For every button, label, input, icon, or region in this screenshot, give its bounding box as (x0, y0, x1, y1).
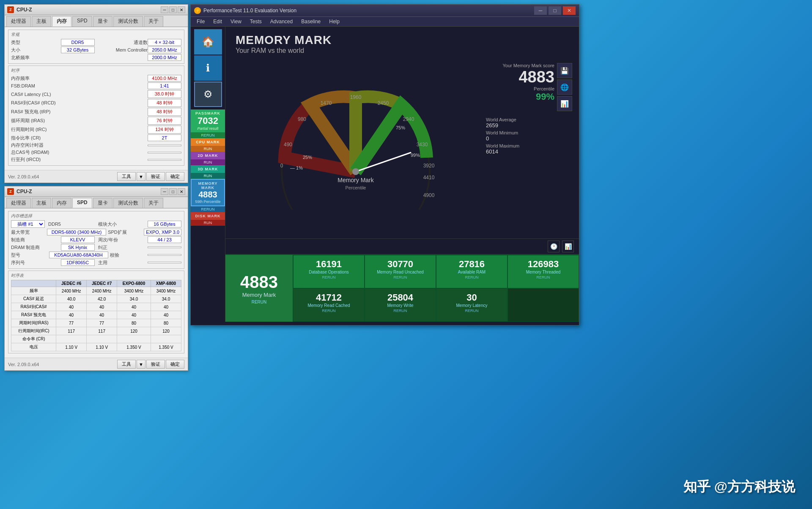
mem-write-rerun[interactable]: RERUN (393, 309, 407, 313)
passmark-rerun-btn[interactable]: RERUN (191, 132, 225, 138)
timing-row-val: 1.350 V (117, 343, 151, 351)
cpuz-icon-top: Z (7, 6, 14, 13)
cpuz-spd-content: 内存槽选择 插槽 #1 DDR5 模块大小 16 GBytes 最大带宽 DDR… (5, 208, 188, 358)
slot-select[interactable]: 插槽 #1 (11, 220, 45, 228)
menu-edit[interactable]: Edit (209, 18, 226, 25)
result-main-rerun[interactable]: RERUN (252, 300, 267, 304)
timing-row-val: 1.10 V (87, 343, 117, 351)
sidebar-settings-btn[interactable]: ⚙ (194, 82, 222, 107)
tab-about-bottom[interactable]: 关于 (144, 198, 163, 208)
menu-view[interactable]: View (226, 18, 246, 25)
timing-row-val: 80 (117, 319, 151, 327)
tools-dropdown-bottom[interactable]: ▼ (137, 360, 145, 369)
result-cell-mem-write: 25804 Memory Write RERUN (365, 288, 436, 322)
chart2-btn[interactable]: 📊 (562, 241, 574, 252)
passmark-label: PASSMARK (193, 111, 222, 115)
disk-run-btn[interactable]: RUN (191, 220, 225, 226)
ok-btn-bottom[interactable]: 确定 (166, 360, 184, 369)
gauge-score-area: 0 490 980 1470 1960 2450 2940 3430 3920 … (225, 58, 579, 238)
model-value: KD5AGUA80-68A340H (49, 252, 108, 258)
tab-memory-top[interactable]: 内存 (52, 16, 71, 27)
reg-value (148, 262, 181, 263)
world-min-value: 0 (486, 135, 572, 142)
tab-motherboard-bottom[interactable]: 主板 (32, 198, 51, 208)
mem-read-uncached-score: 30770 (387, 259, 413, 270)
mem-latency-rerun[interactable]: RERUN (465, 309, 478, 313)
model-label: 型号 (11, 252, 49, 258)
db-ops-score: 16191 (316, 259, 342, 270)
tools-dropdown-top[interactable]: ▼ (137, 172, 145, 181)
weeks-value: 44 / 23 (148, 236, 181, 243)
cmd-rate-value: 2T (148, 134, 181, 141)
mem-threaded-rerun[interactable]: RERUN (536, 275, 550, 279)
perf-close[interactable]: ✕ (563, 6, 576, 15)
tab-memory-bottom[interactable]: 内存 (52, 198, 71, 208)
reg-label: 主用 (98, 260, 148, 266)
world-max-value: 6014 (486, 148, 572, 155)
threed-run-btn[interactable]: RUN (191, 173, 225, 179)
tab-gpu-bottom[interactable]: 显卡 (93, 198, 112, 208)
gauge-center-dot (352, 168, 359, 175)
timing-col-jedec6: JEDEC #6 (56, 280, 87, 287)
minimize-btn-top[interactable]: ─ (161, 6, 168, 13)
mem-read-cached-rerun[interactable]: RERUN (322, 309, 335, 313)
gauge-label-2450: 2450 (378, 100, 389, 106)
close-btn-top[interactable]: ✕ (178, 6, 185, 13)
passmark-section: PASSMARK 7032 Partial result (191, 109, 225, 132)
db-ops-rerun[interactable]: RERUN (322, 275, 335, 279)
chart-btn[interactable]: 📊 (557, 96, 572, 111)
world-compare-btn[interactable]: 🌐 (557, 79, 572, 95)
sidebar-home-btn[interactable]: 🏠 (194, 29, 222, 55)
gauge-center-sublabel: Percentile (346, 185, 366, 190)
timing-table: JEDEC #6 JEDEC #7 EXPO-6800 XMP-6800 频率2… (11, 280, 181, 351)
timing-row-val: 3400 MHz (151, 287, 181, 295)
validate-btn-bottom[interactable]: 验证 (146, 360, 165, 369)
cpu-run-btn[interactable]: RUN (191, 146, 225, 152)
perf-main: MEMORY MARK Your RAM vs the world (225, 27, 579, 322)
perf-maximize[interactable]: □ (549, 6, 561, 15)
tab-spd-top[interactable]: SPD (72, 16, 92, 27)
menu-baseline[interactable]: Baseline (297, 18, 325, 25)
memory-rerun-btn[interactable]: RERUN (191, 206, 225, 212)
twod-run-btn[interactable]: RUN (191, 159, 225, 165)
tab-gpu-top[interactable]: 显卡 (93, 16, 112, 27)
tools-btn-top[interactable]: 工具 (117, 172, 136, 181)
result-cell-mem-threaded: 126983 Memory Threaded RERUN (508, 255, 579, 288)
tab-processor-bottom[interactable]: 处理器 (6, 198, 31, 208)
mem-freq-row: 内存频率 4100.0 MHz (11, 75, 181, 82)
close-btn-bottom[interactable]: ✕ (178, 188, 185, 195)
tab-bench-top[interactable]: 测试分数 (113, 16, 143, 27)
sidebar-info-btn[interactable]: ℹ (194, 55, 222, 81)
tab-spd-bottom[interactable]: SPD (72, 198, 92, 208)
menu-file[interactable]: File (192, 18, 209, 25)
avail-ram-rerun[interactable]: RERUN (465, 275, 478, 279)
cpuz-titlebar-bottom: Z CPU-Z ─ □ ✕ (5, 186, 188, 197)
perf-minimize[interactable]: ─ (534, 6, 547, 15)
menu-tests[interactable]: Tests (246, 18, 266, 25)
ok-btn-top[interactable]: 确定 (166, 172, 184, 181)
save-score-btn[interactable]: 💾 (557, 63, 572, 78)
gauge-pct-25: 25% (303, 155, 312, 160)
menu-help[interactable]: Help (325, 18, 344, 25)
cpu-mark-label: CPU MARK (193, 140, 222, 144)
perf-page-subtitle: Your RAM vs the world (236, 47, 569, 55)
tab-processor-top[interactable]: 处理器 (6, 16, 31, 27)
tab-motherboard-top[interactable]: 主板 (32, 16, 51, 27)
tab-about-top[interactable]: 关于 (144, 16, 163, 27)
timing-row-label: CAS# 延迟 (11, 295, 56, 303)
tools-btn-bottom[interactable]: 工具 (117, 360, 136, 369)
mem-read-uncached-rerun[interactable]: RERUN (393, 275, 407, 279)
memory-mark-score-main: 4883 (486, 68, 554, 86)
timing-row-val (87, 335, 117, 343)
gauge-container: 0 490 980 1470 1960 2450 2940 3430 3920 … (229, 58, 483, 238)
maximize-btn-top[interactable]: □ (169, 6, 177, 13)
maximize-btn-bottom[interactable]: □ (169, 188, 177, 195)
menu-advanced[interactable]: Advanced (266, 18, 297, 25)
percentile-label: Percentile (486, 86, 554, 91)
timing-row-val: 3400 MHz (117, 287, 151, 295)
clock-btn[interactable]: 🕐 (548, 241, 560, 252)
validate-btn-top[interactable]: 验证 (146, 172, 165, 181)
minimize-btn-bottom[interactable]: ─ (161, 188, 168, 195)
tab-bench-bottom[interactable]: 测试分数 (113, 198, 143, 208)
bottom-action-bar: 🕐 📊 (225, 238, 579, 254)
